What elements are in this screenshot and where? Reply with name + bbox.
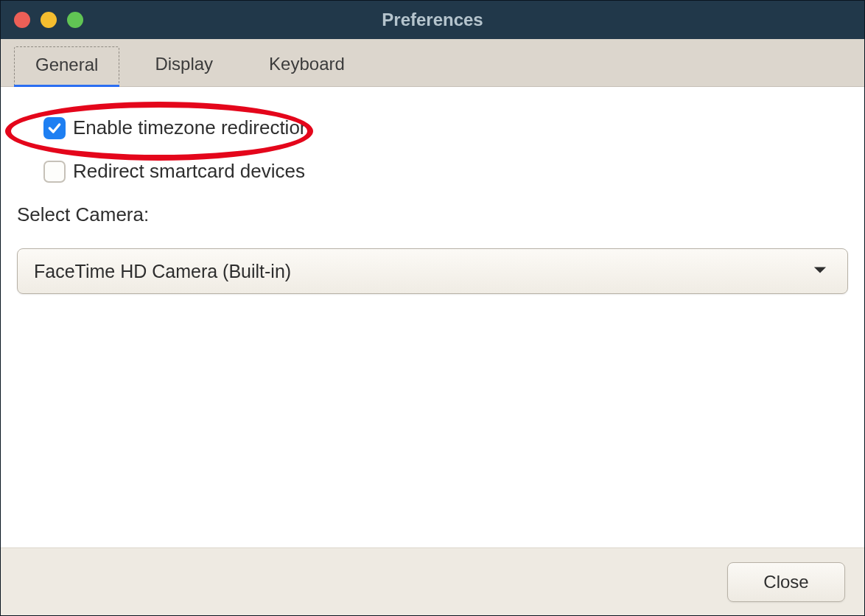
maximize-window-button[interactable] xyxy=(67,12,83,28)
tab-general-label: General xyxy=(35,55,98,74)
footer: Close xyxy=(1,547,864,615)
chevron-down-icon xyxy=(813,265,827,278)
enable-timezone-checkbox[interactable] xyxy=(43,117,66,139)
close-button[interactable]: Close xyxy=(727,562,845,602)
traffic-lights xyxy=(14,12,83,28)
camera-select-value: FaceTime HD Camera (Built-in) xyxy=(34,261,291,282)
check-icon xyxy=(47,121,62,136)
tab-general[interactable]: General xyxy=(14,46,119,86)
redirect-smartcard-checkbox[interactable] xyxy=(43,161,66,183)
redirect-smartcard-label: Redirect smartcard devices xyxy=(73,160,305,183)
select-camera-label: Select Camera: xyxy=(17,203,848,226)
close-button-label: Close xyxy=(763,572,808,592)
tab-display-label: Display xyxy=(155,54,213,74)
window-title: Preferences xyxy=(1,10,864,30)
tab-bar: General Display Keyboard xyxy=(1,39,864,87)
titlebar: Preferences xyxy=(1,1,864,39)
tab-keyboard[interactable]: Keyboard xyxy=(248,46,365,86)
camera-select[interactable]: FaceTime HD Camera (Built-in) xyxy=(17,248,848,294)
close-window-button[interactable] xyxy=(14,12,30,28)
tab-keyboard-label: Keyboard xyxy=(269,54,345,74)
tab-display[interactable]: Display xyxy=(134,46,234,86)
enable-timezone-label: Enable timezone redirection xyxy=(73,116,310,139)
enable-timezone-row: Enable timezone redirection xyxy=(43,116,848,139)
preferences-window: Preferences General Display Keyboard Ena… xyxy=(0,0,865,616)
minimize-window-button[interactable] xyxy=(41,12,57,28)
redirect-smartcard-row: Redirect smartcard devices xyxy=(43,160,848,183)
content-area: Enable timezone redirection Redirect sma… xyxy=(1,87,864,547)
